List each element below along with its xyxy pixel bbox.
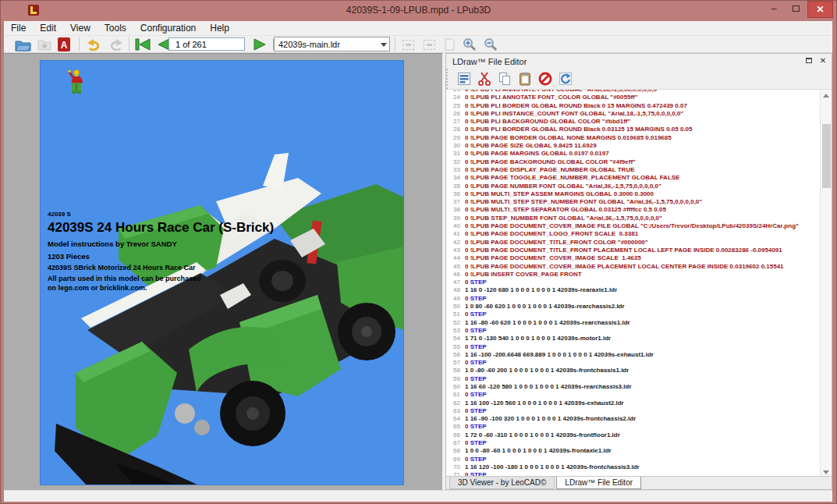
editor-line[interactable]: 440 !LPUB PAGE DOCUMENT_COVER_IMAGE SCAL…: [446, 254, 819, 262]
editor-line[interactable]: 561 16 -100 -200.6648 669.889 1 0 0 0 1 …: [446, 351, 819, 359]
editor-line[interactable]: 501 0 80 -60 620 1 0 0 0 1 0 0 0 1 42039…: [446, 303, 819, 311]
menu-configuration[interactable]: Configuration: [133, 21, 203, 35]
editor-line[interactable]: 420 !LPUB PAGE DOCUMENT_TITLE_FRONT COLO…: [446, 239, 819, 247]
open-button[interactable]: [13, 37, 32, 52]
ldraw-text-editor[interactable]: 230 !LPUB PLI ANNOTATE FONT GLOBAL "Aria…: [446, 89, 832, 477]
undo-button[interactable]: [83, 37, 104, 52]
editor-line[interactable]: 490 STEP: [446, 295, 819, 303]
editor-line[interactable]: 330 !LPUB PAGE DISPLAY_PAGE_NUMBER GLOBA…: [446, 166, 819, 174]
editor-line[interactable]: 641 16 -90 -100 320 1 0 0 0 1 0 0 0 1 42…: [446, 415, 819, 423]
editor-line[interactable]: 630 STEP: [446, 407, 819, 415]
editor-line[interactable]: 350 !LPUB PAGE NUMBER FONT GLOBAL "Arial…: [446, 183, 819, 190]
editor-line[interactable]: 300 !LPUB PAGE SIZE GLOBAL 9.8425 11.692…: [446, 142, 819, 150]
next-page-button[interactable]: [250, 37, 269, 52]
menu-file[interactable]: File: [4, 21, 33, 35]
editor-line[interactable]: 521 16 -80 -60 620 1 0 0 0 1 0 0 0 1 420…: [446, 319, 819, 327]
editor-line[interactable]: 280 !LPUB PLI BORDER GLOBAL ROUND Black …: [446, 126, 819, 133]
line-number: 59: [446, 375, 465, 383]
redo-button[interactable]: [105, 37, 126, 52]
tab-ldraw-file-editor[interactable]: LDraw™ File Editor: [556, 477, 641, 489]
editor-line[interactable]: 240 !LPUB PLI ANNOTATE FONT_COLOR GLOBAL…: [446, 94, 819, 101]
zoom-in-button[interactable]: [460, 37, 479, 52]
editor-line[interactable]: 360 !LPUB MULTI_STEP ASSEM MARGINS GLOBA…: [446, 190, 819, 198]
editor-line[interactable]: 690 STEP: [446, 456, 819, 463]
editor-line[interactable]: 260 !LPUB PLI INSTANCE_COUNT FONT GLOBAL…: [446, 110, 819, 118]
menu-view[interactable]: View: [63, 21, 98, 35]
model-description[interactable]: 42039S SBrick Motorized 24 Hours Race Ca…: [48, 264, 196, 272]
fit-width-button[interactable]: [399, 37, 417, 52]
editor-line[interactable]: 530 STEP: [446, 327, 819, 335]
page-icon: [445, 38, 455, 51]
fit-visible-button[interactable]: [420, 37, 438, 52]
menu-help[interactable]: Help: [203, 21, 236, 35]
copy-icon: [498, 72, 512, 86]
page-number-input[interactable]: [168, 37, 245, 51]
editor-line[interactable]: 460 !LPUB INSERT COVER_PAGE FRONT: [446, 271, 819, 279]
cover-page[interactable]: 42039 S 42039S 24 Hours Race Car (S-Bric…: [40, 60, 404, 485]
update-model-button[interactable]: [454, 70, 474, 87]
page-preview-area[interactable]: 42039 S 42039S 24 Hours Race Car (S-Bric…: [4, 53, 442, 490]
pieces-count[interactable]: 1203 Pieces: [48, 252, 90, 261]
editor-line[interactable]: 670 STEP: [446, 439, 819, 447]
editor-line[interactable]: 581 0 -80 -60 200 1 0 0 0 1 0 0 0 1 4203…: [446, 367, 819, 374]
scroll-up-icon[interactable]: [823, 94, 829, 98]
line-text: 1 0 80 -60 620 1 0 0 0 1 0 0 0 1 42039s-…: [465, 303, 625, 311]
editor-line[interactable]: 270 !LPUB PLI BACKGROUND GLOBAL COLOR "#…: [446, 118, 819, 126]
set-number[interactable]: 42039 S: [48, 211, 71, 218]
author-line[interactable]: Model instructions by Trevor SANDY: [48, 240, 177, 248]
tab-3d-viewer[interactable]: 3D Viewer - by LeoCAD©: [449, 477, 555, 489]
editor-line[interactable]: 430 !LPUB PAGE DOCUMENT_TITLE_FRONT PLAC…: [446, 247, 819, 254]
editor-line[interactable]: 390 !LPUB STEP_NUMBER FONT GLOBAL "Arial…: [446, 215, 819, 222]
editor-line[interactable]: 541 71 0 -130 540 1 0 0 0 1 0 0 0 1 4203…: [446, 335, 819, 343]
export-pdf-button[interactable]: A: [55, 37, 73, 52]
editor-line[interactable]: 400 !LPUB PAGE DOCUMENT_COVER_IMAGE FILE…: [446, 222, 819, 230]
editor-scrollbar[interactable]: [820, 90, 832, 477]
editor-line[interactable]: 610 STEP: [446, 391, 819, 399]
scroll-down-icon[interactable]: [823, 470, 829, 474]
editor-line[interactable]: 310 !LPUB PAGE MARGINS GLOBAL 0.0197 0.0…: [446, 150, 819, 158]
copy-button[interactable]: [495, 70, 515, 87]
close-button[interactable]: ✕: [807, 1, 833, 18]
editor-line[interactable]: 661 72 0 -60 -310 1 0 0 0 1 0 0 0 1 4203…: [446, 431, 819, 439]
first-page-button[interactable]: [133, 37, 153, 52]
editor-line[interactable]: 570 STEP: [446, 359, 819, 367]
legal-text[interactable]: All parts used in this model can be purc…: [48, 275, 211, 293]
editor-line[interactable]: 320 !LPUB PAGE BACKGROUND GLOBAL COLOR "…: [446, 158, 819, 166]
redraw-button[interactable]: [555, 70, 576, 87]
editor-line[interactable]: 601 16 60 -120 580 1 0 0 0 1 0 0 0 1 420…: [446, 383, 819, 391]
editor-line[interactable]: 340 !LPUB PAGE TOGGLE_PAGE_NUMBER_PLACEM…: [446, 174, 819, 182]
scrollbar-thumb[interactable]: [822, 124, 831, 188]
menu-edit[interactable]: Edit: [33, 21, 63, 35]
editor-line[interactable]: 370 !LPUB MULTI_STEP STEP_NUMBER FONT GL…: [446, 198, 819, 206]
zoom-out-button[interactable]: [481, 37, 500, 52]
maximize-button[interactable]: [786, 1, 806, 18]
float-dock-button[interactable]: [803, 56, 814, 66]
editor-line[interactable]: 510 STEP: [446, 311, 819, 318]
editor-line[interactable]: 470 STEP: [446, 279, 819, 286]
cover-image-race-car[interactable]: [41, 61, 404, 485]
editor-line[interactable]: 290 !LPUB PAGE BORDER GLOBAL NONE MARGIN…: [446, 134, 819, 142]
editor-line[interactable]: 590 STEP: [446, 375, 819, 383]
line-text: 0 !LPUB MULTI_STEP ASSEM MARGINS GLOBAL …: [465, 190, 654, 198]
page-title[interactable]: 42039S 24 Hours Race Car (S-Brick): [48, 220, 274, 236]
minimize-button[interactable]: –: [764, 1, 784, 18]
line-text: 0 !LPUB PAGE DOCUMENT_LOGO_FRONT SCALE 0…: [465, 230, 638, 238]
editor-line[interactable]: 380 !LPUB MULTI_STEP SEPARATOR GLOBAL 0.…: [446, 206, 819, 214]
editor-line[interactable]: 450 !LPUB PAGE DOCUMENT_COVER_IMAGE PLAC…: [446, 263, 819, 271]
editor-line[interactable]: 621 16 100 -120 560 1 0 0 0 1 0 0 0 1 42…: [446, 399, 819, 407]
cut-button[interactable]: [474, 70, 495, 87]
menu-tools[interactable]: Tools: [98, 21, 133, 35]
actual-size-button[interactable]: [441, 37, 458, 52]
editor-line[interactable]: 250 !LPUB PLI BORDER GLOBAL ROUND Black …: [446, 102, 819, 110]
editor-line[interactable]: 481 16 0 -120 680 1 0 0 0 1 0 0 0 1 4203…: [446, 286, 819, 294]
editor-line[interactable]: 681 0 0 -80 -60 1 0 0 0 1 0 0 0 1 42039s…: [446, 447, 819, 455]
save-button[interactable]: [35, 37, 54, 52]
paste-button[interactable]: [515, 70, 535, 87]
model-select[interactable]: 42039s-main.ldr: [274, 37, 390, 51]
editor-line[interactable]: 410 !LPUB PAGE DOCUMENT_LOGO_FRONT SCALE…: [446, 230, 819, 238]
delete-button[interactable]: [535, 70, 555, 87]
close-dock-button[interactable]: ✕: [817, 56, 828, 66]
editor-line[interactable]: 650 STEP: [446, 423, 819, 431]
editor-line[interactable]: 550 STEP: [446, 343, 819, 351]
editor-line[interactable]: 701 16 120 -100 -180 1 0 0 0 1 0 0 0 1 4…: [446, 463, 819, 471]
